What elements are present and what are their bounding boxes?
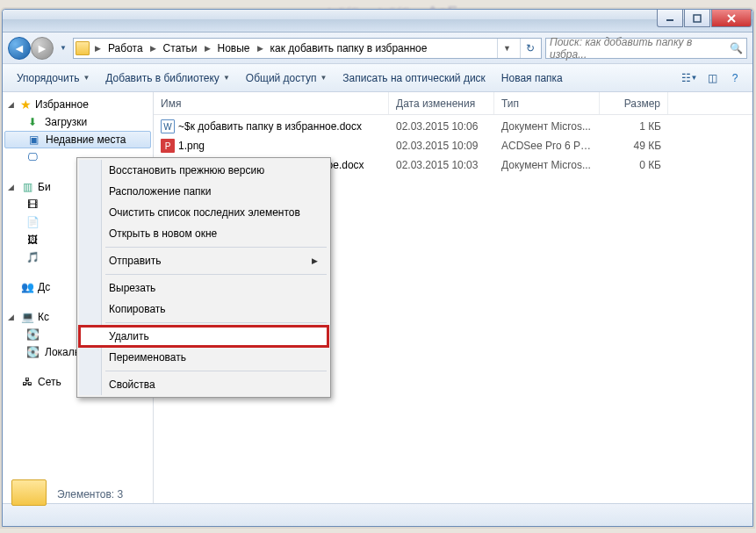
- sidebar-item-downloads[interactable]: ⬇Загрузки: [3, 113, 153, 131]
- computer-icon: 💻: [20, 310, 34, 324]
- sidebar-item-recent[interactable]: ▣Недавние места: [4, 131, 151, 148]
- maximize-button[interactable]: [684, 10, 710, 27]
- add-library-button[interactable]: Добавить в библиотеку▼: [98, 68, 236, 88]
- back-button[interactable]: ◄: [8, 37, 31, 60]
- nav-arrows: ◄ ►: [8, 37, 54, 60]
- view-options-button[interactable]: ☷ ▼: [679, 68, 700, 88]
- folder-icon: [11, 479, 47, 506]
- preview-pane-button[interactable]: ◫: [702, 68, 723, 88]
- col-date[interactable]: Дата изменения: [389, 92, 494, 114]
- navbar: ◄ ► ▼ ▶ Работа ▶ Статьи ▶ Новые ▶ как до…: [3, 32, 752, 64]
- cm-location[interactable]: Расположение папки: [79, 181, 328, 202]
- close-button[interactable]: [711, 10, 752, 27]
- cm-open-new-window[interactable]: Открыть в новом окне: [79, 223, 328, 244]
- svg-rect-1: [694, 15, 701, 22]
- submenu-arrow-icon: ▶: [312, 256, 318, 265]
- window-controls: [657, 10, 752, 27]
- cm-separator: [105, 371, 327, 371]
- file-row[interactable]: P1.png 02.03.2015 10:09 ACDSee Pro 6 PN.…: [154, 136, 752, 155]
- breadcrumb-item[interactable]: как добавить папку в избранное: [269, 42, 429, 54]
- cm-delete[interactable]: Удалить: [79, 326, 328, 347]
- breadcrumb-item[interactable]: Работа: [106, 42, 145, 54]
- network-icon: 🖧: [20, 375, 34, 389]
- disk-icon: 💽: [25, 345, 40, 359]
- col-type[interactable]: Тип: [494, 92, 600, 114]
- cm-separator: [105, 247, 327, 248]
- desktop-icon: 🖵: [25, 150, 40, 164]
- nav-history-dropdown[interactable]: ▼: [57, 44, 69, 52]
- cm-clear-recent[interactable]: Очистить список последних элементов: [79, 202, 328, 223]
- forward-button[interactable]: ►: [31, 37, 54, 60]
- statusbar: Элементов: 3: [3, 503, 752, 526]
- folder-icon: [76, 41, 90, 55]
- chevron-icon[interactable]: ▶: [203, 44, 212, 53]
- search-icon[interactable]: 🔍: [730, 42, 743, 54]
- toolbar: Упорядочить▼ Добавить в библиотеку▼ Общи…: [3, 64, 752, 92]
- titlebar: [3, 10, 752, 32]
- cm-copy[interactable]: Копировать: [79, 299, 328, 320]
- star-icon: ★: [20, 97, 32, 112]
- breadcrumb-item[interactable]: Новые: [216, 42, 252, 54]
- burn-button[interactable]: Записать на оптический диск: [335, 68, 493, 88]
- cm-separator: [105, 322, 327, 323]
- help-button[interactable]: ?: [724, 68, 745, 88]
- address-dropdown[interactable]: ▼: [497, 39, 516, 58]
- address-bar[interactable]: ▶ Работа ▶ Статьи ▶ Новые ▶ как добавить…: [73, 38, 542, 59]
- refresh-button[interactable]: ↻: [520, 39, 539, 58]
- homegroup-icon: 👥: [20, 280, 34, 294]
- cm-send-to[interactable]: Отправить▶: [79, 250, 328, 271]
- picture-icon: 🖼: [25, 233, 40, 247]
- context-menu: Восстановить прежнюю версию Расположение…: [76, 157, 331, 398]
- organize-button[interactable]: Упорядочить▼: [10, 68, 97, 88]
- minimize-button[interactable]: [657, 10, 683, 27]
- cm-cut[interactable]: Вырезать: [79, 277, 328, 299]
- download-icon: ⬇: [25, 115, 40, 129]
- disk-icon: 💽: [25, 328, 40, 342]
- cm-properties[interactable]: Свойства: [79, 374, 328, 395]
- libraries-icon: ▥: [20, 180, 34, 194]
- recent-icon: ▣: [26, 133, 40, 147]
- docx-icon: W: [161, 119, 175, 133]
- share-button[interactable]: Общий доступ▼: [239, 68, 335, 88]
- search-input[interactable]: Поиск: как добавить папку в избра... 🔍: [545, 38, 747, 59]
- chevron-icon[interactable]: ▶: [148, 44, 158, 53]
- search-placeholder: Поиск: как добавить папку в избра...: [550, 36, 726, 61]
- cm-restore[interactable]: Восстановить прежнюю версию: [79, 160, 328, 181]
- png-icon: P: [161, 139, 175, 153]
- status-elements-count: Элементов: 3: [57, 488, 123, 501]
- new-folder-button[interactable]: Новая папка: [494, 68, 570, 88]
- column-headers: Имя Дата изменения Тип Размер: [154, 92, 752, 115]
- document-icon: 📄: [25, 215, 40, 229]
- video-icon: 🎞: [25, 198, 40, 212]
- cm-rename[interactable]: Переименовать: [79, 347, 328, 368]
- chevron-icon[interactable]: ▶: [256, 44, 265, 53]
- sidebar-favorites-header[interactable]: ◢★Избранное: [3, 96, 153, 113]
- cm-separator: [105, 274, 327, 275]
- breadcrumb-item[interactable]: Статьи: [162, 42, 199, 54]
- explorer-window: ————АаБбЕАаБбЕАаБ ◄ ► ▼ ▶ Работа ▶ Стать…: [2, 9, 753, 527]
- col-size[interactable]: Размер: [600, 92, 668, 114]
- chevron-icon[interactable]: ▶: [93, 44, 103, 53]
- music-icon: 🎵: [25, 250, 40, 264]
- col-name[interactable]: Имя: [154, 92, 389, 114]
- file-row[interactable]: W~$к добавить папку в избранное.docx 02.…: [154, 117, 752, 136]
